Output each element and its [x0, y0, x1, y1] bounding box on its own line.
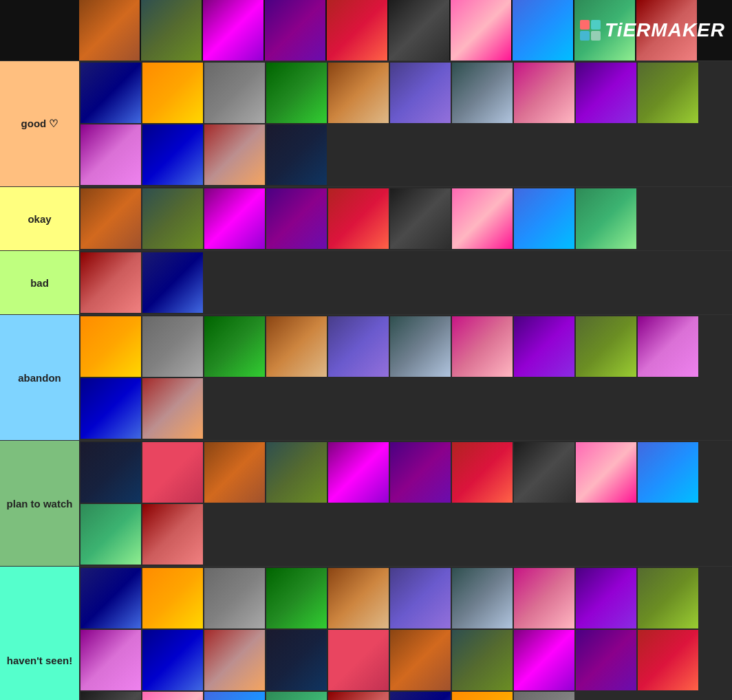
poster[interactable]: [514, 316, 574, 377]
poster[interactable]: [514, 692, 574, 700]
poster[interactable]: [142, 378, 203, 439]
logo-sq-1: [580, 20, 590, 30]
poster[interactable]: [452, 568, 513, 628]
poster[interactable]: [390, 630, 451, 690]
tier-content-havent: [79, 567, 732, 700]
poster[interactable]: [576, 568, 636, 628]
poster[interactable]: [79, 0, 140, 61]
poster[interactable]: [327, 0, 387, 61]
poster[interactable]: [514, 442, 574, 503]
poster[interactable]: [576, 630, 636, 690]
poster[interactable]: [80, 63, 141, 123]
poster[interactable]: [80, 378, 141, 439]
poster[interactable]: [452, 63, 513, 123]
poster[interactable]: [204, 630, 265, 690]
poster[interactable]: [638, 316, 698, 377]
poster[interactable]: [204, 692, 265, 700]
poster[interactable]: [576, 316, 636, 377]
poster[interactable]: [389, 0, 449, 61]
poster[interactable]: [80, 316, 141, 377]
poster[interactable]: [390, 568, 451, 628]
poster[interactable]: [266, 692, 327, 700]
tier-label-abandon: abandon: [0, 315, 79, 440]
poster[interactable]: [328, 63, 389, 123]
poster[interactable]: [576, 63, 636, 123]
logo-sq-2: [591, 20, 601, 30]
poster[interactable]: [142, 63, 203, 123]
poster[interactable]: [390, 442, 451, 503]
poster[interactable]: [266, 316, 327, 377]
tier-content-plan: [79, 441, 732, 566]
poster[interactable]: [514, 568, 574, 628]
poster[interactable]: [142, 252, 203, 313]
poster[interactable]: [80, 442, 141, 503]
poster[interactable]: [452, 442, 513, 503]
poster[interactable]: [513, 0, 573, 61]
poster[interactable]: [638, 568, 698, 628]
poster[interactable]: [390, 188, 451, 249]
tier-abandon: abandon: [0, 314, 732, 440]
poster[interactable]: [328, 188, 389, 249]
tier-havent: haven't seen!: [0, 566, 732, 700]
poster[interactable]: [638, 630, 698, 690]
poster[interactable]: [142, 568, 203, 628]
poster[interactable]: [452, 188, 513, 249]
poster[interactable]: [390, 692, 451, 700]
poster[interactable]: [576, 188, 636, 249]
tier-label-havent: haven't seen!: [0, 567, 79, 700]
poster[interactable]: [451, 0, 511, 61]
poster[interactable]: [80, 252, 141, 313]
poster[interactable]: [204, 188, 265, 249]
poster[interactable]: [265, 0, 325, 61]
logo-icon: [580, 20, 601, 41]
poster[interactable]: [390, 63, 451, 123]
logo-text: TiERMAKER: [605, 19, 725, 41]
poster[interactable]: [142, 630, 203, 690]
poster[interactable]: [390, 316, 451, 377]
poster[interactable]: [80, 692, 141, 700]
poster[interactable]: [80, 630, 141, 690]
poster[interactable]: [328, 630, 389, 690]
poster[interactable]: [203, 0, 263, 61]
poster[interactable]: [204, 316, 265, 377]
poster[interactable]: [141, 0, 202, 61]
poster[interactable]: [514, 63, 574, 123]
poster[interactable]: [266, 63, 327, 123]
poster[interactable]: [266, 630, 327, 690]
poster[interactable]: [576, 442, 636, 503]
poster[interactable]: [204, 124, 265, 185]
poster[interactable]: [514, 630, 574, 690]
poster[interactable]: [142, 504, 203, 565]
poster[interactable]: [328, 316, 389, 377]
poster[interactable]: [142, 188, 203, 249]
poster[interactable]: [204, 63, 265, 123]
tier-good: good ♡: [0, 61, 732, 186]
poster[interactable]: [514, 188, 574, 249]
poster[interactable]: [638, 63, 698, 123]
logo: TiERMAKER: [580, 19, 725, 41]
poster[interactable]: [638, 442, 698, 503]
logo-sq-3: [580, 31, 590, 41]
poster[interactable]: [452, 692, 513, 700]
poster[interactable]: [80, 124, 141, 185]
poster[interactable]: [80, 504, 141, 565]
poster[interactable]: [328, 692, 389, 700]
poster[interactable]: [266, 442, 327, 503]
poster[interactable]: [266, 188, 327, 249]
poster[interactable]: [80, 568, 141, 628]
poster[interactable]: [266, 124, 327, 185]
poster[interactable]: [452, 316, 513, 377]
poster[interactable]: [204, 568, 265, 628]
poster[interactable]: [452, 630, 513, 690]
poster[interactable]: [142, 692, 203, 700]
poster[interactable]: [80, 188, 141, 249]
tier-list: TiERMAKER good ♡ okay: [0, 0, 732, 700]
poster[interactable]: [142, 124, 203, 185]
poster[interactable]: [142, 442, 203, 503]
poster[interactable]: [266, 568, 327, 628]
tier-bad: bad: [0, 250, 732, 314]
poster[interactable]: [328, 568, 389, 628]
poster[interactable]: [328, 442, 389, 503]
poster[interactable]: [142, 316, 203, 377]
poster[interactable]: [204, 442, 265, 503]
